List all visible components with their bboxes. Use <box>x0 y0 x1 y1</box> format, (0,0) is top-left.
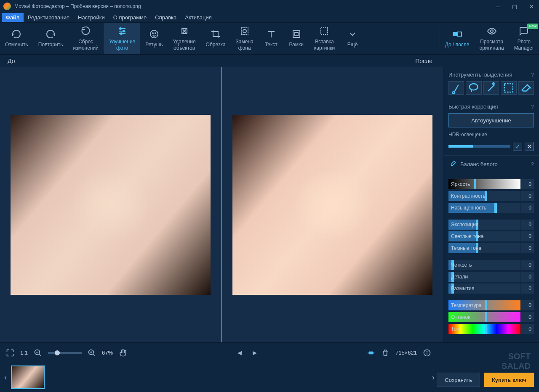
slider-value[interactable]: 0 <box>521 243 534 253</box>
svg-line-23 <box>39 354 41 355</box>
zoom-slider[interactable] <box>48 352 82 354</box>
slider-value[interactable]: 0 <box>521 272 534 282</box>
svg-point-17 <box>491 30 493 32</box>
tool-photo-manager[interactable]: New Photo Manager <box>509 23 539 54</box>
hdr-slider[interactable] <box>448 145 510 148</box>
eyedropper-icon[interactable] <box>448 160 457 168</box>
canvas[interactable] <box>0 67 443 342</box>
slider-value[interactable]: 0 <box>521 191 534 201</box>
hdr-apply-button[interactable]: ✓ <box>513 142 522 151</box>
slider-Температура[interactable]: Температура <box>448 300 520 310</box>
slider-value[interactable]: 0 <box>521 300 534 310</box>
menu-help[interactable]: Справка <box>151 13 181 22</box>
svg-point-3 <box>120 28 121 29</box>
erase-icon <box>179 26 189 36</box>
before-after-header: До После <box>0 55 539 67</box>
tool-undo[interactable]: Отменить <box>0 23 33 54</box>
tool-before-after[interactable]: До / после <box>440 23 475 54</box>
after-label: После <box>415 58 432 64</box>
thumbnail[interactable] <box>11 366 45 389</box>
slider-Оттенок[interactable]: Оттенок <box>448 312 520 322</box>
slider-value[interactable]: 0 <box>521 283 534 294</box>
zoom-value: 67% <box>102 350 113 356</box>
tool-crop[interactable]: Обрезка <box>201 23 231 54</box>
trash-icon[interactable] <box>381 349 390 357</box>
slider-Экспозиция[interactable]: Экспозиция <box>448 220 520 230</box>
slider-Светлые тона[interactable]: Светлые тона <box>448 231 520 241</box>
background-icon <box>240 26 250 36</box>
tool-text[interactable]: Текст <box>259 23 284 54</box>
tool-enhance[interactable]: Улучшение фото <box>104 23 140 54</box>
buy-key-button[interactable]: Купить ключ <box>484 373 534 387</box>
right-panel: Инструменты выделения ? Быстрая коррекци… <box>443 67 539 342</box>
slider-Детали[interactable]: Детали <box>448 272 520 282</box>
help-icon[interactable]: ? <box>531 72 534 78</box>
svg-point-7 <box>152 33 153 34</box>
maximize-button[interactable]: ▢ <box>510 2 519 11</box>
menu-file[interactable]: Файл <box>2 13 24 22</box>
fit-icon[interactable] <box>367 349 375 357</box>
menu-edit[interactable]: Редактирование <box>24 13 74 22</box>
hand-icon[interactable] <box>119 349 127 357</box>
help-icon[interactable]: ? <box>531 103 534 110</box>
zoom-out-icon[interactable] <box>34 349 42 357</box>
slider-Четкость[interactable]: Четкость <box>448 260 520 270</box>
slider-Насыщенность[interactable]: Насыщенность <box>448 203 520 213</box>
tool-more[interactable]: Ещё <box>340 23 365 54</box>
tool-remove-objects[interactable]: Удаление объектов <box>168 23 201 54</box>
slider-value[interactable]: 0 <box>521 324 534 334</box>
svg-rect-15 <box>453 32 457 36</box>
slider-value[interactable]: 0 <box>521 203 534 213</box>
eraser-tool[interactable] <box>518 81 534 95</box>
tool-view-original[interactable]: Просмотр оригинала <box>475 23 509 54</box>
tool-retouch[interactable]: Ретушь <box>140 23 168 54</box>
zoom-in-icon[interactable] <box>88 349 96 357</box>
save-button[interactable]: Сохранить <box>437 373 480 387</box>
ratio-label[interactable]: 1:1 <box>20 350 28 356</box>
svg-rect-10 <box>241 28 248 34</box>
next-icon[interactable]: ▶ <box>251 349 259 357</box>
auto-enhance-button[interactable]: Автоулучшение <box>448 113 534 127</box>
window-title: Movavi Фоторедактор – Пробная версия – n… <box>14 3 494 9</box>
menu-about[interactable]: О программе <box>109 13 151 22</box>
frame-icon <box>291 29 302 39</box>
menu-settings[interactable]: Настройки <box>74 13 109 22</box>
slider-value[interactable]: 0 <box>521 231 534 241</box>
slider-Контрастность[interactable]: Контрастность <box>448 191 520 201</box>
svg-rect-12 <box>293 31 300 37</box>
thumb-next[interactable]: › <box>432 373 435 382</box>
svg-point-18 <box>453 92 455 94</box>
close-button[interactable]: ✕ <box>527 2 536 11</box>
slider-value[interactable]: 0 <box>521 312 534 322</box>
svg-point-11 <box>243 29 246 33</box>
svg-line-27 <box>93 354 95 355</box>
watermark: SOFT SALAD <box>502 352 531 371</box>
brush-tool[interactable] <box>448 81 464 95</box>
slider-Тон[interactable]: Тон <box>448 324 520 334</box>
bottom-controls: 1:1 67% ◀ ▶ 715×621 <box>0 342 539 363</box>
dimensions-label: 715×621 <box>395 350 417 356</box>
svg-rect-16 <box>458 32 462 36</box>
menu-activation[interactable]: Активация <box>181 13 216 22</box>
marquee-tool[interactable] <box>501 81 516 95</box>
help-icon[interactable]: ? <box>531 161 534 167</box>
slider-value[interactable]: 0 <box>521 260 534 270</box>
tool-redo[interactable]: Повторить <box>33 23 68 54</box>
prev-icon[interactable]: ◀ <box>235 349 244 357</box>
slider-value[interactable]: 0 <box>521 220 534 230</box>
tool-reset[interactable]: Сброс изменений <box>68 23 103 54</box>
minimize-button[interactable]: ─ <box>494 2 502 11</box>
slider-Темные тона[interactable]: Темные тона <box>448 243 520 253</box>
slider-Яркость[interactable]: Яркость <box>448 179 520 189</box>
slider-Размытие[interactable]: Размытие <box>448 283 520 294</box>
thumb-prev[interactable]: ‹ <box>4 373 7 382</box>
tool-background[interactable]: Замена фона <box>231 23 259 54</box>
tool-frames[interactable]: Рамки <box>284 23 309 54</box>
hdr-cancel-button[interactable]: ✕ <box>525 142 534 151</box>
tool-insert-image[interactable]: Вставка картинки <box>309 23 340 54</box>
fullscreen-icon[interactable] <box>6 349 14 357</box>
lasso-tool[interactable] <box>466 81 481 95</box>
slider-value[interactable]: 0 <box>521 179 534 189</box>
wand-tool[interactable] <box>483 81 499 95</box>
info-icon[interactable] <box>423 349 431 357</box>
